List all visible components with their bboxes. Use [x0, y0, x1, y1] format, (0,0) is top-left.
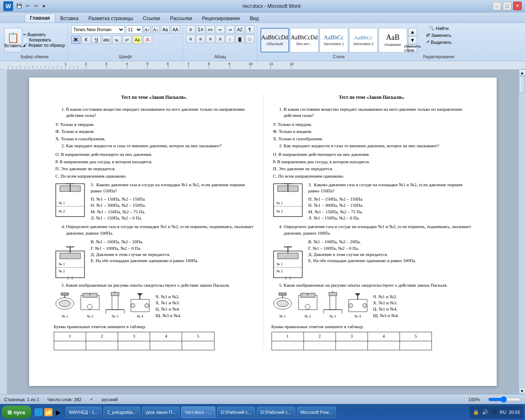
find-button[interactable]: 🔍 Найти: [429, 25, 448, 31]
scroll-down-btn[interactable]: ▼: [519, 388, 525, 394]
tab-page-layout[interactable]: Разметка страницы: [83, 14, 138, 23]
styles-down-btn[interactable]: ▼: [408, 36, 417, 44]
cut-button[interactable]: ✂ Вырезать: [23, 32, 65, 37]
superscript-button[interactable]: x²: [123, 36, 132, 44]
tab-review[interactable]: Рецензирование: [197, 14, 245, 23]
minimize-button[interactable]: –: [493, 2, 501, 10]
align-left-btn[interactable]: ≡: [186, 35, 195, 43]
change-styles-btn[interactable]: Изменить стили: [408, 44, 417, 52]
media-icon[interactable]: ▶: [54, 408, 62, 416]
style-heading2[interactable]: AaBbCc Заголовок 2: [349, 28, 378, 52]
borders-btn[interactable]: □: [245, 35, 254, 43]
sort-btn[interactable]: AZ: [235, 25, 244, 34]
taskbar-item-6[interactable]: Microsoft Pow...: [297, 406, 336, 418]
taskbar-item-1[interactable]: 2_polugodija...: [103, 406, 140, 418]
font-size-decrease[interactable]: A↓: [152, 26, 160, 33]
tab-mailings[interactable]: Рассылки: [165, 14, 197, 23]
tab-home[interactable]: Главная: [25, 14, 55, 23]
q5-exp4-right: № 4: [347, 291, 369, 319]
select-button[interactable]: ↗ Выделить: [426, 39, 452, 45]
show-marks-btn[interactable]: ¶: [245, 25, 254, 34]
volume-tray-icon[interactable]: 🔊: [482, 409, 488, 415]
highlight-btn[interactable]: Аа: [133, 36, 142, 44]
q5-answers-left: Ч. №1 и №2. Х. №1 и №3. Ц. №1 и №4. Щ. №…: [155, 294, 255, 319]
q4-answers-right: В. №1 – 100Па, №2 – 20Па. Г. №1 – 100Па,…: [308, 239, 472, 264]
numbering-btn[interactable]: 1≡: [196, 25, 205, 34]
answer-table-left: 1 2 3 4 5: [54, 332, 215, 350]
table-label-left: Буквы правильных ответов запишите в табл…: [54, 324, 255, 330]
style-no-spacing[interactable]: AaBbCcDd Без инт...: [290, 28, 319, 52]
q1-opt3-left: Х. Только в газообразном.: [55, 136, 255, 142]
clear-format-btn[interactable]: Аа: [161, 25, 170, 34]
underline-button[interactable]: Ч: [92, 36, 101, 44]
bullets-btn[interactable]: ≡: [186, 25, 195, 34]
font-color-btn[interactable]: A: [143, 36, 152, 44]
increase-indent-btn[interactable]: ⇒: [226, 25, 235, 34]
editing-label: Редактирование: [423, 55, 455, 60]
save-quick-btn[interactable]: 💾: [16, 2, 23, 10]
style-title-preview: AaB: [386, 33, 399, 42]
styles-up-btn[interactable]: ▲: [408, 28, 417, 36]
taskbar-item-4[interactable]: D:\Рабочий с...: [217, 406, 255, 418]
scroll-thumb[interactable]: [519, 76, 525, 93]
justify-btn[interactable]: ≡: [216, 35, 225, 43]
document-area[interactable]: Тест по теме «Закон Паскаля». В каком со…: [7, 69, 518, 394]
style-normal[interactable]: AaBbCcDd Обычный: [260, 28, 289, 52]
th5-left: 5: [182, 332, 214, 341]
ie-icon[interactable]: 🌐: [34, 408, 43, 416]
taskbar-item-2[interactable]: урок закон П...: [142, 406, 180, 418]
network-tray-icon[interactable]: 🔒: [473, 409, 479, 415]
scroll-track[interactable]: [519, 76, 525, 388]
multilevel-btn[interactable]: ≡≡: [206, 25, 215, 34]
line-spacing-btn[interactable]: ↕: [226, 35, 235, 43]
q4-opt4-left: Е. На обе площадки давление одинаково и …: [91, 258, 255, 264]
language-tray[interactable]: RU: [500, 410, 507, 415]
font-size-select[interactable]: 11: [126, 25, 142, 34]
tab-insert[interactable]: Вставка: [55, 14, 84, 23]
copy-button[interactable]: 📄 Копировать: [23, 38, 65, 42]
strikethrough-button[interactable]: abc: [102, 36, 111, 44]
shading-btn[interactable]: ▓: [235, 35, 244, 43]
align-right-btn[interactable]: ≡: [206, 35, 215, 43]
redo-quick-btn[interactable]: ↪: [32, 2, 39, 10]
vertical-scrollbar[interactable]: ▲ ▼: [518, 69, 525, 394]
q3-row-right: № 1 № 2 3. Каково давление газа в сосуде…: [272, 182, 472, 221]
subscript-button[interactable]: x₂: [112, 36, 121, 44]
decrease-indent-btn[interactable]: ⇐: [216, 25, 225, 34]
svg-text:№ 2: № 2: [59, 269, 65, 273]
font-name-select[interactable]: Times New Roman: [71, 25, 125, 34]
bold-button[interactable]: Ж: [71, 36, 80, 44]
th1-right: 1: [272, 332, 304, 341]
q5-exp4-left: № 4: [129, 291, 151, 319]
taskbar-item-5[interactable]: D:\Рабочий с...: [257, 406, 295, 418]
maximize-button[interactable]: □: [503, 2, 511, 10]
replace-button[interactable]: ⇄ Заменить: [426, 32, 451, 38]
format-painter-button[interactable]: 🖌 Формат по образцу: [23, 43, 65, 48]
scroll-up-btn[interactable]: ▲: [519, 69, 525, 76]
tab-references[interactable]: Ссылки: [138, 14, 165, 23]
q1-opt2-right: Ф. Только в жидком.: [273, 128, 472, 135]
q4-opt3-left: Д. Давление в этом случае не передается.: [91, 251, 255, 258]
italic-button[interactable]: К: [82, 36, 91, 44]
taskbar-item-0[interactable]: МАУНЕД - 1...: [66, 406, 102, 418]
tab-view[interactable]: Вид: [245, 14, 264, 23]
font-aa-btn[interactable]: AA: [171, 25, 180, 34]
windows-icon: ⊞: [7, 409, 12, 415]
paste-button[interactable]: 📋 Вставить: [4, 28, 22, 52]
close-button[interactable]: ✕: [513, 2, 522, 10]
antivirus-tray-icon[interactable]: 🛡: [491, 409, 498, 415]
svg-text:№ 1: № 1: [59, 201, 65, 205]
paragraph-label: Абзац: [186, 55, 254, 60]
taskbar-item-3[interactable]: тест.docx - ...: [181, 406, 216, 418]
zoom-slider[interactable]: [488, 396, 521, 403]
start-button[interactable]: ⊞ пуск: [2, 406, 31, 419]
styles-scroll: ▲ ▼ Изменить стили: [408, 28, 417, 52]
folder-icon[interactable]: 📁: [44, 408, 52, 416]
style-title[interactable]: AaB Название: [379, 28, 407, 52]
font-size-increase[interactable]: A↑: [144, 26, 151, 33]
dropdown-quick-btn[interactable]: ▼: [40, 2, 48, 10]
align-center-btn[interactable]: ≡: [196, 35, 205, 43]
undo-quick-btn[interactable]: ↩: [24, 2, 31, 10]
style-heading1[interactable]: AaBbCc Заголовок 1: [320, 28, 348, 52]
clock: 20:55: [509, 410, 520, 415]
